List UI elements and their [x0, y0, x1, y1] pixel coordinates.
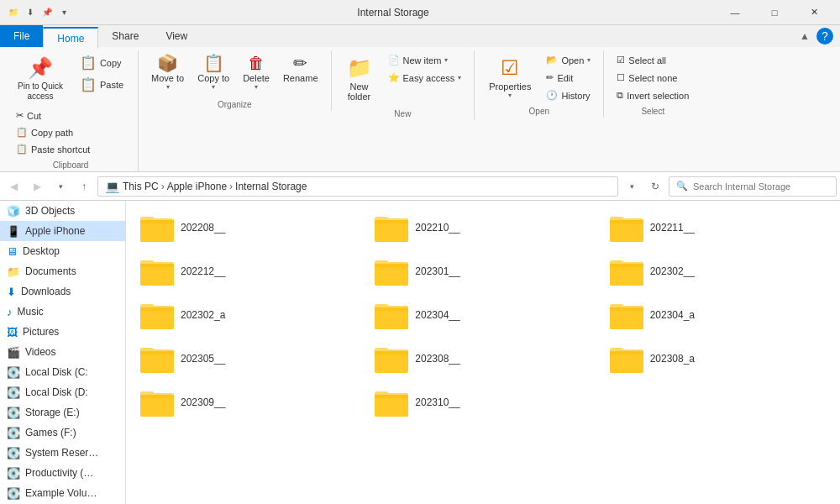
copy-button[interactable]: 📋 Copy [72, 52, 131, 73]
file-item-202302a[interactable]: 202302_a [133, 295, 364, 335]
history-button[interactable]: 🕐 History [540, 87, 596, 103]
file-item-202304[interactable]: 202304__ [367, 295, 598, 335]
select-all-button[interactable]: ☑ Select all [611, 52, 695, 68]
sidebar-item-apple-iphone[interactable]: 📱 Apple iPhone [0, 221, 125, 241]
games-f-icon: 💽 [7, 427, 20, 439]
paste-button[interactable]: 📋 Paste [72, 74, 131, 95]
rename-icon: ✏ [293, 55, 307, 71]
productivity-icon: 💽 [7, 467, 20, 480]
folder-icon-202305 [140, 344, 174, 373]
search-input[interactable] [693, 181, 827, 192]
recent-locations-button[interactable]: ▾ [50, 176, 71, 197]
copy-to-button[interactable]: 📋 Copy to ▾ [192, 52, 235, 93]
search-icon: 🔍 [676, 181, 688, 192]
file-name-202301: 202301__ [415, 265, 459, 277]
file-item-202308[interactable]: 202308__ [367, 339, 598, 379]
folder-icon-202304a [610, 301, 643, 329]
sidebar-item-downloads[interactable]: ⬇ Downloads [0, 281, 125, 302]
back-button[interactable]: ◀ [3, 176, 24, 197]
file-name-202302: 202302__ [650, 265, 695, 277]
folder-icon-202310 [375, 388, 408, 417]
window-controls: — □ ✕ [716, 0, 833, 25]
sidebar-item-desktop[interactable]: 🖥 Desktop [0, 241, 125, 261]
tab-view[interactable]: View [152, 25, 201, 47]
close-button[interactable]: ✕ [795, 0, 833, 25]
maximize-button[interactable]: □ [755, 0, 794, 25]
properties-button[interactable]: ☑ Properties ▾ [481, 52, 538, 103]
dropdown-arrow-titlebar[interactable]: ▾ [57, 6, 71, 19]
minimize-button[interactable]: — [716, 0, 754, 25]
paste-shortcut-button[interactable]: 📋 Paste shortcut [10, 141, 131, 157]
file-name-202305: 202305__ [181, 353, 225, 365]
sidebar-item-pictures[interactable]: 🖼 Pictures [0, 322, 125, 342]
file-item-202304a[interactable]: 202304_a [602, 295, 833, 335]
path-this-pc[interactable]: This PC [123, 181, 159, 192]
documents-icon: 📁 [7, 265, 20, 278]
file-item-202211[interactable]: 202211__ [602, 207, 833, 248]
folder-icon-202210 [375, 213, 408, 242]
cut-button[interactable]: ✂ Cut [10, 108, 131, 123]
selectnone-label: Select none [628, 73, 677, 83]
svg-rect-11 [610, 220, 643, 223]
search-box[interactable]: 🔍 [669, 176, 837, 197]
new-item-button[interactable]: 📄 New item ▾ [382, 52, 468, 68]
file-item-202305[interactable]: 202305__ [133, 339, 364, 379]
easy-access-button[interactable]: ⭐ Easy access ▾ [382, 70, 468, 86]
open-button[interactable]: 📂 Open ▾ [540, 52, 596, 68]
file-item-202310[interactable]: 202310__ [367, 382, 598, 423]
file-item-202308a[interactable]: 202308_a [602, 339, 833, 379]
folder-icon-202211 [610, 213, 643, 242]
selectall-label: Select all [628, 55, 666, 66]
folder-icon-202208 [140, 213, 174, 242]
address-path[interactable]: 💻 This PC › Apple iPhone › Internal Stor… [97, 176, 618, 197]
sidebar-item-local-disk-d[interactable]: 💽 Local Disk (D: [0, 382, 125, 402]
invert-selection-button[interactable]: ⧉ Invert selection [611, 87, 695, 103]
tab-home[interactable]: Home [43, 27, 98, 49]
file-name-202212: 202212__ [181, 265, 225, 277]
open-small-buttons: 📂 Open ▾ ✏ Edit 🕐 History [540, 52, 596, 103]
sidebar-item-system-reser[interactable]: 💽 System Reser… [0, 443, 125, 463]
sidebar-item-documents[interactable]: 📁 Documents [0, 261, 125, 281]
tab-file[interactable]: File [0, 25, 43, 47]
forward-button[interactable]: ▶ [27, 176, 47, 197]
file-item-202212[interactable]: 202212__ [133, 251, 364, 291]
new-folder-button[interactable]: 📁 Newfolder [339, 52, 381, 106]
refresh-button[interactable]: ↻ [645, 176, 665, 197]
sidebar-item-example-volu[interactable]: 💽 Example Volu… [0, 483, 125, 503]
file-area: 202208__ 202210__ 202211__ [126, 201, 840, 504]
select-none-button[interactable]: ☐ Select none [611, 70, 695, 86]
file-item-202309[interactable]: 202309__ [133, 382, 364, 423]
file-item-202208[interactable]: 202208__ [133, 207, 364, 248]
sidebar-item-productivity[interactable]: 💽 Productivity (… [0, 463, 125, 483]
svg-rect-39 [140, 351, 174, 354]
up-button[interactable]: ↑ [74, 176, 94, 197]
edit-button[interactable]: ✏ Edit [540, 70, 596, 86]
new-group: 📁 Newfolder 📄 New item ▾ ⭐ Easy access ▾ [332, 50, 475, 120]
sidebar-item-music[interactable]: ♪ Music [0, 302, 125, 322]
folder-icon-202301 [375, 257, 408, 286]
tab-share[interactable]: Share [98, 25, 152, 47]
help-button[interactable]: ? [816, 28, 833, 45]
pin-button[interactable]: 📌 Pin to Quickaccess [10, 52, 71, 106]
rename-button[interactable]: ✏ Rename [277, 52, 324, 86]
organize-group-items: 📦 Move to ▾ 📋 Copy to ▾ 🗑 Delete ▾ ✏ Ren… [145, 52, 323, 93]
delete-button[interactable]: 🗑 Delete ▾ [237, 52, 276, 93]
properties-arrow: ▾ [508, 92, 512, 99]
sidebar-item-games-f[interactable]: 💽 Games (F:) [0, 423, 125, 443]
file-item-202210[interactable]: 202210__ [367, 207, 598, 248]
move-to-button[interactable]: 📦 Move to ▾ [145, 52, 190, 93]
address-dropdown[interactable]: ▾ [622, 176, 642, 197]
file-item-202302[interactable]: 202302__ [602, 251, 833, 291]
sidebar-item-videos[interactable]: 🎬 Videos [0, 342, 125, 362]
sidebar-item-3d-objects[interactable]: 🧊 3D Objects [0, 201, 125, 221]
sidebar-item-storage-e[interactable]: 💽 Storage (E:) [0, 402, 125, 423]
path-apple-iphone[interactable]: Apple iPhone [167, 181, 227, 192]
desktop-icon: 🖥 [7, 245, 18, 258]
sidebar-item-local-disk-c[interactable]: 💽 Local Disk (C: [0, 362, 125, 382]
easyaccess-label: Easy access [403, 73, 455, 83]
newfolder-label: Newfolder [348, 81, 371, 102]
file-name-202208: 202208__ [181, 222, 225, 234]
copy-path-button[interactable]: 📋 Copy path [10, 124, 131, 140]
ribbon-collapse-button[interactable]: ▲ [796, 28, 813, 45]
file-item-202301[interactable]: 202301__ [367, 251, 598, 291]
